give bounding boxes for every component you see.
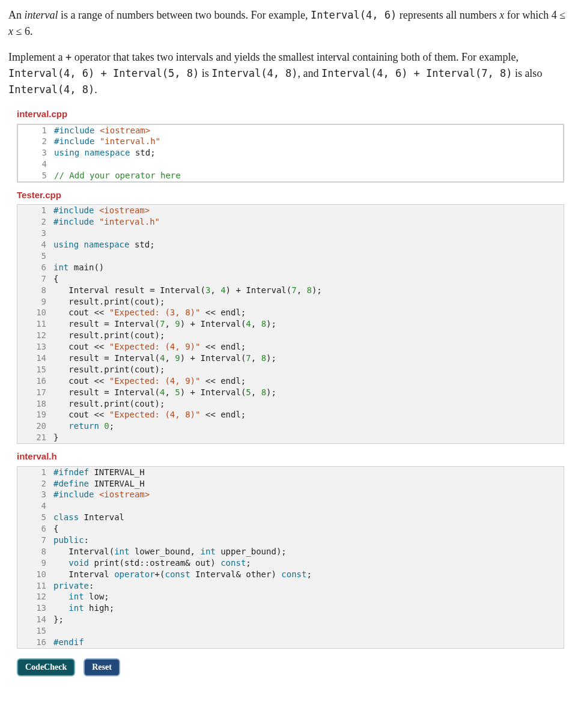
line-number: 13 — [17, 602, 53, 614]
code-text: #ifndef INTERVAL_H — [53, 467, 564, 478]
code-line: 13 cout << "Expected: (4, 9)" << endl; — [17, 341, 564, 353]
code-text: Interval result = Interval(3, 4) + Inter… — [53, 285, 564, 296]
line-number: 8 — [17, 285, 53, 296]
code-line: 2#include "interval.h" — [18, 136, 563, 147]
term-interval: interval — [25, 9, 58, 21]
line-number: 10 — [17, 307, 53, 318]
text: Implement a — [8, 51, 65, 63]
line-number: 12 — [17, 591, 53, 602]
code-text: #include "interval.h" — [54, 136, 563, 147]
line-number: 7 — [17, 535, 53, 546]
reset-button[interactable]: Reset — [84, 658, 120, 676]
code-line: 2#include "interval.h" — [17, 216, 564, 228]
code-text: result = Interval(4, 9) + Interval(7, 8)… — [53, 353, 564, 364]
code-text: result = Interval(7, 9) + Interval(4, 8)… — [53, 318, 564, 330]
code-line: 1#ifndef INTERVAL_H — [17, 467, 564, 478]
code-line: 5// Add your operator here — [18, 170, 563, 181]
code-text: int main() — [53, 262, 564, 273]
code-line: 4 — [17, 500, 564, 512]
line-number: 9 — [17, 296, 53, 308]
code-line: 18 result.print(cout); — [17, 398, 564, 410]
code-text: result.print(cout); — [53, 364, 564, 375]
line-number: 15 — [17, 364, 53, 375]
code-text: } — [53, 432, 564, 443]
codecheck-button[interactable]: CodeCheck — [17, 658, 75, 676]
text: is a range of numbers between two bounds… — [58, 9, 311, 21]
code-text: #define INTERVAL_H — [53, 478, 564, 490]
code-text: class Interval — [53, 512, 564, 523]
line-number: 20 — [17, 420, 53, 432]
code-viewer-interval-h: 1#ifndef INTERVAL_H2#define INTERVAL_H3#… — [17, 466, 564, 649]
line-number: 5 — [17, 512, 53, 523]
code-line: 15 — [17, 625, 564, 637]
code-line: 11private: — [17, 580, 564, 592]
line-number: 7 — [17, 273, 53, 285]
math-var: x — [499, 9, 504, 21]
code-text: public: — [53, 535, 564, 546]
code-example: Interval(4, 6) + Interval(7, 8) — [321, 67, 512, 79]
code-text — [53, 500, 564, 512]
text: . — [94, 83, 97, 96]
line-number: 5 — [17, 250, 53, 262]
code-line: 9 result.print(cout); — [17, 296, 564, 308]
code-text: cout << "Expected: (3, 8)" << endl; — [53, 307, 564, 318]
code-example: Interval(4, 6) + Interval(5, 8) — [8, 67, 199, 79]
line-number: 2 — [18, 136, 54, 147]
line-number: 16 — [17, 375, 53, 387]
code-text: { — [53, 273, 564, 285]
filename-tester-cpp: Tester.cpp — [17, 189, 573, 202]
code-line: 20 return 0; — [17, 420, 564, 432]
line-number: 11 — [17, 580, 53, 592]
code-text: result = Interval(4, 5) + Interval(5, 8)… — [53, 387, 564, 398]
code-line: 1#include <iostream> — [18, 125, 563, 136]
line-number: 14 — [17, 353, 53, 364]
code-text — [54, 159, 563, 170]
code-text: result.print(cout); — [53, 296, 564, 308]
code-line: 10 Interval operator+(const Interval& ot… — [17, 569, 564, 580]
filename-interval-h: interval.h — [17, 450, 573, 464]
line-number: 21 — [17, 432, 53, 443]
code-example: Interval(4, 8) — [211, 67, 297, 79]
code-line: 16#endif — [17, 637, 564, 648]
code-text: cout << "Expected: (4, 9)" << endl; — [53, 375, 564, 387]
line-number: 1 — [18, 125, 54, 136]
problem-paragraph-2: Implement a + operator that takes two in… — [8, 49, 573, 98]
code-line: 1#include <iostream> — [17, 205, 564, 216]
code-line: 6int main() — [17, 262, 564, 273]
code-text: #include "interval.h" — [53, 216, 564, 228]
code-text: int high; — [53, 602, 564, 614]
code-text: using namespace std; — [53, 239, 564, 250]
code-text — [53, 228, 564, 239]
code-editor-interval-cpp[interactable]: 1#include <iostream>2#include "interval.… — [17, 124, 564, 183]
code-example: Interval(4, 8) — [8, 83, 94, 96]
code-line: 5class Interval — [17, 512, 564, 523]
code-text — [53, 625, 564, 637]
code-text: cout << "Expected: (4, 9)" << endl; — [53, 341, 564, 353]
code-text: Interval operator+(const Interval& other… — [53, 569, 564, 580]
code-text: { — [53, 523, 564, 535]
code-example: Interval(4, 6) — [311, 9, 397, 21]
code-line: 10 cout << "Expected: (3, 8)" << endl; — [17, 307, 564, 318]
code-line: 12 result.print(cout); — [17, 330, 564, 341]
code-plus: + — [65, 51, 71, 63]
code-viewer-tester-cpp: 1#include <iostream>2#include "interval.… — [17, 204, 564, 444]
text: ≤ 6. — [13, 25, 32, 37]
code-text: #include <iostream> — [53, 489, 564, 500]
code-text: return 0; — [53, 420, 564, 432]
code-text: }; — [53, 614, 564, 625]
code-line: 17 result = Interval(4, 5) + Interval(5,… — [17, 387, 564, 398]
line-number: 5 — [18, 170, 54, 181]
text: represents all numbers — [397, 9, 499, 21]
text: for which 4 ≤ — [504, 9, 565, 21]
text: , and — [298, 67, 322, 79]
line-number: 3 — [17, 228, 53, 239]
code-text: // Add your operator here — [54, 170, 563, 181]
line-number: 6 — [17, 523, 53, 535]
text: is also — [512, 67, 542, 79]
code-text: private: — [53, 580, 564, 592]
code-line: 13 int high; — [17, 602, 564, 614]
code-line: 21} — [17, 432, 564, 443]
line-number: 3 — [18, 147, 54, 159]
line-number: 8 — [17, 546, 53, 557]
line-number: 2 — [17, 216, 53, 228]
